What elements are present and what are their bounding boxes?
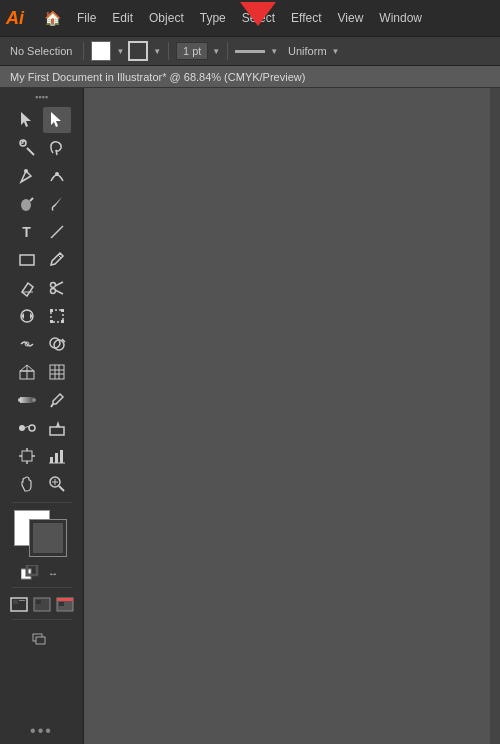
svg-line-5 (56, 150, 57, 155)
dots-label: ••• (30, 722, 53, 739)
menu-object[interactable]: Object (143, 9, 190, 27)
hand-tool[interactable] (13, 471, 41, 497)
arrange-icon[interactable] (32, 631, 52, 649)
magic-wand-icon (18, 139, 36, 157)
lasso-tool[interactable] (43, 135, 71, 161)
svg-rect-37 (20, 397, 34, 403)
fullscreen-mode-icon[interactable] (55, 596, 75, 614)
chart-tool[interactable] (43, 443, 71, 469)
svg-point-41 (19, 425, 25, 431)
menu-file[interactable]: File (71, 9, 102, 27)
eraser-icon (18, 279, 36, 297)
stroke-style-dropdown[interactable]: ▼ (270, 47, 278, 56)
stroke-input[interactable] (176, 42, 208, 60)
stroke-settings: ▼ (176, 42, 220, 60)
svg-line-54 (59, 486, 64, 491)
menu-view[interactable]: View (332, 9, 370, 27)
fill-color-swatch[interactable] (91, 41, 111, 61)
color-stack (14, 510, 70, 556)
svg-point-42 (29, 425, 35, 431)
pencil-tool[interactable] (43, 247, 71, 273)
toolbar: No Selection ▼ ▼ ▼ ▼ Uniform ▼ (0, 36, 500, 66)
line-icon (48, 223, 66, 241)
swap-colors-icon[interactable]: ↔ (43, 564, 63, 582)
stroke-color-square[interactable] (30, 520, 66, 556)
perspective-grid-tool[interactable] (13, 359, 41, 385)
svg-point-39 (32, 398, 36, 402)
live-paint-tool[interactable] (43, 415, 71, 441)
scissors-tool[interactable] (43, 275, 71, 301)
artboard-icon (18, 447, 36, 465)
blend-tool[interactable] (13, 415, 41, 441)
toolbar-sep-1 (83, 42, 84, 60)
rotate-icon (18, 307, 36, 325)
blend-icon (18, 419, 36, 437)
eraser-tool[interactable] (13, 275, 41, 301)
more-tools-indicator[interactable]: ••• (30, 714, 53, 744)
shape-builder-icon (48, 335, 66, 353)
warp-tool[interactable] (13, 331, 41, 357)
svg-marker-1 (51, 112, 61, 127)
toolbar-sep-2 (168, 42, 169, 60)
menu-edit[interactable]: Edit (106, 9, 139, 27)
tools-divider-1 (12, 502, 72, 503)
preview-mode-icon[interactable] (32, 596, 52, 614)
rectangle-icon (18, 251, 36, 269)
svg-point-8 (21, 199, 31, 211)
stroke-dropdown-arrow[interactable]: ▼ (153, 47, 161, 56)
type-tool[interactable]: T (13, 219, 41, 245)
stroke-color-box[interactable] (128, 41, 148, 61)
selection-label: No Selection (6, 43, 76, 59)
rectangle-tool[interactable] (13, 247, 41, 273)
pen-tool[interactable] (13, 163, 41, 189)
transform-icon (48, 307, 66, 325)
menu-effect[interactable]: Effect (285, 9, 327, 27)
mesh-tool[interactable] (43, 359, 71, 385)
uniform-dropdown[interactable]: ▼ (332, 47, 340, 56)
blob-brush-icon (18, 195, 36, 213)
gradient-tool[interactable] (13, 387, 41, 413)
selection-tool[interactable] (13, 107, 41, 133)
svg-marker-0 (21, 112, 31, 127)
fill-dropdown-arrow[interactable]: ▼ (116, 47, 124, 56)
svg-point-38 (18, 398, 22, 402)
svg-rect-59 (27, 565, 37, 575)
svg-line-2 (27, 148, 34, 155)
eyedropper-tool[interactable] (43, 387, 71, 413)
svg-point-6 (24, 169, 28, 173)
perspective-icon (18, 363, 36, 381)
direct-selection-tool[interactable] (43, 107, 71, 133)
home-icon: 🏠 (44, 10, 61, 26)
rotate-tool[interactable] (13, 303, 41, 329)
zoom-tool[interactable] (43, 471, 71, 497)
gradient-icon (18, 391, 36, 409)
svg-point-4 (20, 140, 26, 146)
svg-rect-62 (19, 600, 25, 601)
zoom-icon (48, 475, 66, 493)
curvature-tool[interactable] (43, 163, 71, 189)
normal-mode-icon[interactable] (9, 596, 29, 614)
live-paint-icon (48, 419, 66, 437)
svg-line-16 (55, 282, 63, 286)
svg-rect-51 (60, 450, 63, 463)
tools-grid: T (11, 105, 73, 499)
magic-wand-tool[interactable] (13, 135, 41, 161)
right-scrollbar[interactable] (490, 88, 500, 744)
blob-brush-tool[interactable] (13, 191, 41, 217)
default-colors-icon[interactable] (20, 564, 40, 582)
free-transform-tool[interactable] (43, 303, 71, 329)
warp-icon (18, 335, 36, 353)
lasso-icon (48, 139, 66, 157)
shape-builder-tool[interactable] (43, 331, 71, 357)
brush-tool[interactable] (43, 191, 71, 217)
menu-type[interactable]: Type (194, 9, 232, 27)
line-tool[interactable] (43, 219, 71, 245)
toolbar-sep-3 (227, 42, 228, 60)
artboard-tool[interactable] (13, 443, 41, 469)
menu-window[interactable]: Window (373, 9, 428, 27)
canvas-area[interactable] (84, 88, 500, 744)
eyedropper-icon (48, 391, 66, 409)
scissors-icon (48, 279, 66, 297)
doc-title-bar: My First Document in Illustrator* @ 68.8… (0, 66, 500, 88)
stroke-pt-dropdown[interactable]: ▼ (212, 47, 220, 56)
